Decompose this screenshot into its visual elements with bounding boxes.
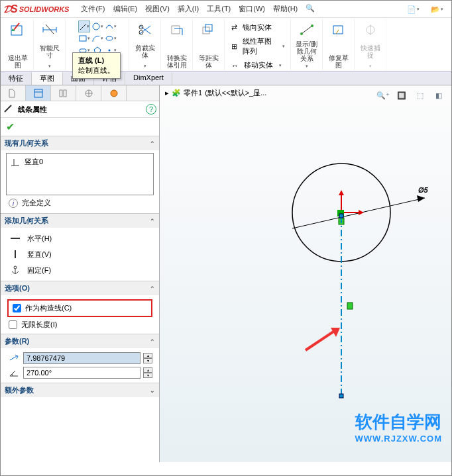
- anchor-icon: [9, 264, 22, 276]
- arrowhead-icon: [417, 195, 425, 202]
- svg-line-1: [80, 23, 86, 30]
- tab-features[interactable]: 特征: [1, 72, 32, 85]
- offset-entities-button[interactable]: 等距实体: [193, 19, 225, 70]
- infinite-checkbox-row[interactable]: 无限长度(I): [6, 318, 154, 331]
- exit-sketch-button[interactable]: 退出草图: [2, 19, 34, 70]
- relation-horizontal-button[interactable]: 水平(H): [6, 230, 154, 246]
- section-params: 参数(R)⌃ ▴▾ ▴▾: [1, 334, 159, 383]
- relations-listbox[interactable]: 竖直0: [6, 153, 154, 195]
- line-tooltip: 直线 (L) 绘制直线。: [72, 52, 121, 79]
- tab-sketch[interactable]: 草图: [32, 72, 63, 85]
- param-angle-row: ▴▾: [6, 365, 154, 380]
- mirror-button[interactable]: ⇄镜向实体: [229, 21, 274, 34]
- svg-point-26: [111, 90, 117, 97]
- repair-sketch-button[interactable]: 修复草图: [323, 19, 355, 70]
- spline-tool-icon[interactable]: ▾: [105, 21, 117, 32]
- section-header-extra[interactable]: 额外参数⌄: [1, 383, 159, 397]
- relation-vertical-button[interactable]: 竖直(V): [6, 246, 154, 262]
- param-length-row: ▴▾: [6, 351, 154, 365]
- svg-line-13: [302, 26, 312, 34]
- ptab-property-icon[interactable]: [26, 85, 51, 101]
- property-panel: 线条属性 ? ✔ 现有几何关系⌃ 竖直0 i 完全定义 添加几何关系⌃: [1, 85, 160, 462]
- mirror-icon: ⇄: [231, 23, 237, 32]
- menu-file[interactable]: 文件(F): [77, 4, 109, 14]
- info-icon: i: [9, 199, 18, 208]
- move-icon: ↔: [231, 62, 239, 70]
- open-doc-icon[interactable]: 📂▾: [426, 2, 447, 17]
- expand-icon[interactable]: ▸: [165, 89, 169, 97]
- menu-tools[interactable]: 工具(T): [203, 4, 235, 14]
- line-tool-icon[interactable]: ▾: [78, 21, 90, 32]
- display-style-icon[interactable]: ◧: [431, 88, 446, 103]
- ellipse-tool-icon[interactable]: ▾: [105, 32, 117, 44]
- section-header-options[interactable]: 选项(O)⌃: [1, 281, 159, 295]
- part-config: (默认<<默认>_显...: [205, 88, 266, 98]
- angle-icon: [7, 367, 21, 379]
- ptab-dim-icon[interactable]: [76, 85, 101, 101]
- dim-text[interactable]: Ø5: [418, 186, 429, 194]
- patterns-group: ⇄镜向实体 ⊞线性草图阵列▾ ↔移动实体▾: [225, 19, 291, 70]
- graphics-viewer[interactable]: ▸ 🧩 零件1 (默认<<默认>_显... 🔍⁺ 🔲 ⬚ ◧ Ø5: [160, 85, 451, 462]
- ptab-appearance-icon[interactable]: [101, 85, 127, 101]
- convert-entities-button[interactable]: 转换实体引用: [161, 19, 193, 70]
- ok-button[interactable]: ✔: [1, 118, 159, 136]
- menu-bar: 文件(F) 编辑(E) 视图(V) 插入(I) 工具(T) 窗口(W) 帮助(H…: [77, 4, 319, 14]
- menu-window[interactable]: 窗口(W): [235, 4, 269, 14]
- arc-tool-icon[interactable]: ▾: [91, 32, 103, 44]
- section-header-params[interactable]: 参数(R)⌃: [1, 334, 159, 348]
- length-input[interactable]: [23, 352, 141, 364]
- construction-checkbox[interactable]: [13, 304, 21, 312]
- svg-rect-12: [205, 24, 212, 31]
- svg-rect-16: [333, 26, 343, 34]
- length-spinner[interactable]: ▴▾: [143, 353, 152, 363]
- smart-dimension-button[interactable]: 智能尺寸▾: [34, 19, 66, 70]
- linear-pattern-button[interactable]: ⊞线性草图阵列▾: [229, 34, 288, 58]
- svg-rect-21: [60, 90, 62, 97]
- command-tabs: 特征 草图 曲面 评估 DimXpert: [1, 72, 451, 85]
- property-header: 线条属性 ?: [1, 101, 159, 118]
- view-orient-icon[interactable]: ⬚: [413, 88, 427, 103]
- svg-point-14: [300, 32, 303, 35]
- zoom-area-icon[interactable]: 🔲: [394, 88, 409, 103]
- breadcrumb: ▸ 🧩 零件1 (默认<<默认>_显...: [165, 88, 266, 98]
- endpoint-bottom[interactable]: [339, 394, 343, 398]
- circle-tool-icon[interactable]: ▾: [91, 21, 103, 32]
- angle-input[interactable]: [23, 367, 141, 379]
- horizontal-icon: [9, 232, 22, 244]
- trim-button[interactable]: 剪裁实体▾: [129, 19, 161, 70]
- endpoint-top[interactable]: [339, 214, 343, 218]
- section-header-add[interactable]: 添加几何关系⌃: [1, 214, 159, 228]
- menu-search-icon[interactable]: 🔍: [302, 4, 319, 14]
- highlighted-option: 作为构造线(C): [7, 299, 152, 317]
- menu-edit[interactable]: 编辑(E): [109, 4, 142, 14]
- zoom-fit-icon[interactable]: 🔍⁺: [376, 88, 390, 103]
- infinite-checkbox[interactable]: [9, 320, 17, 329]
- section-options: 选项(O)⌃ 作为构造线(C) 无限长度(I): [1, 281, 159, 334]
- length-icon: [7, 352, 21, 364]
- relation-item-vertical[interactable]: 竖直0: [9, 156, 150, 167]
- ptab-config-icon[interactable]: [51, 85, 76, 101]
- menu-view[interactable]: 视图(V): [141, 4, 174, 14]
- section-extra: 额外参数⌄: [1, 383, 159, 397]
- watermark: 软件自学网 WWW.RJZXW.COM: [355, 410, 442, 444]
- pattern-icon: ⊞: [231, 42, 237, 51]
- viewer-toolbar: 🔍⁺ 🔲 ⬚ ◧: [376, 88, 446, 103]
- angle-spinner[interactable]: ▴▾: [143, 367, 152, 378]
- annotation-arrow: [306, 330, 335, 350]
- part-name[interactable]: 零件1: [184, 88, 202, 98]
- vertical-symbol-icon[interactable]: [347, 303, 353, 309]
- section-header-existing[interactable]: 现有几何关系⌃: [1, 136, 159, 150]
- move-button[interactable]: ↔移动实体▾: [229, 58, 284, 72]
- new-doc-icon[interactable]: 📄▾: [402, 2, 424, 17]
- tab-dimxpert[interactable]: DimXpert: [125, 72, 172, 85]
- construction-checkbox-row[interactable]: 作为构造线(C): [10, 302, 150, 314]
- svg-point-15: [311, 24, 313, 27]
- ptab-feature-tree-icon[interactable]: [1, 85, 26, 101]
- menu-help[interactable]: 帮助(H): [269, 4, 302, 14]
- help-icon[interactable]: ?: [146, 104, 156, 115]
- app-logo: 𝓓SSOLIDWORKS: [3, 3, 69, 15]
- display-relations-button[interactable]: 显示/删除几何关系▾: [291, 19, 323, 70]
- relation-fix-button[interactable]: 固定(F): [6, 262, 154, 278]
- menu-insert[interactable]: 插入(I): [174, 4, 203, 14]
- rectangle-tool-icon[interactable]: ▾: [78, 32, 90, 44]
